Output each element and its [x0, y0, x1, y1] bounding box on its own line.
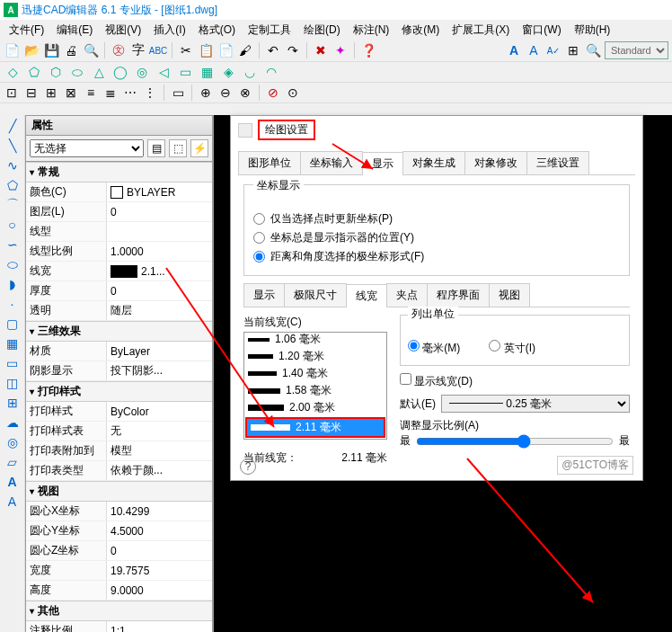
- t3-13[interactable]: ⊘: [265, 85, 281, 101]
- group-header[interactable]: 常规: [26, 162, 212, 182]
- pick-icon[interactable]: ⬚: [169, 139, 187, 157]
- pyramid-icon[interactable]: ◈: [219, 64, 237, 80]
- lineweight-item[interactable]: 1.20 毫米: [244, 348, 386, 365]
- menu-item[interactable]: 插入(I): [148, 21, 190, 40]
- property-value[interactable]: 投下阴影...: [107, 361, 212, 380]
- property-row[interactable]: 线宽2.1...: [26, 262, 212, 281]
- font-icon[interactable]: 字: [130, 42, 146, 58]
- t3-11[interactable]: ⊖: [217, 85, 234, 101]
- property-value[interactable]: 10.4299: [107, 502, 212, 521]
- new-icon[interactable]: 📄: [4, 42, 20, 58]
- preview-icon[interactable]: 🔍: [83, 42, 99, 58]
- t3-9[interactable]: ▭: [170, 85, 186, 101]
- menu-item[interactable]: 定制工具: [243, 21, 296, 40]
- property-value[interactable]: 19.7575: [107, 561, 212, 580]
- lineweight-item[interactable]: 1.06 毫米: [244, 332, 386, 348]
- property-row[interactable]: 颜色(C)BYLAYER: [26, 182, 212, 202]
- box-icon[interactable]: ▭: [176, 64, 194, 80]
- t3-6[interactable]: ≣: [102, 85, 119, 101]
- property-row[interactable]: 厚度0: [26, 281, 212, 301]
- property-value[interactable]: 依赖于颜...: [107, 461, 212, 480]
- property-row[interactable]: 打印样式表无: [26, 422, 212, 441]
- property-row[interactable]: 透明随层: [26, 301, 212, 321]
- dialog-tab[interactable]: 图形单位: [238, 151, 301, 174]
- menu-item[interactable]: 编辑(E): [51, 21, 98, 40]
- sub-tab[interactable]: 视图: [489, 283, 530, 307]
- print-icon[interactable]: 🖨: [63, 42, 79, 58]
- t3-10[interactable]: ⊕: [198, 85, 214, 101]
- text-av-icon[interactable]: A✓: [545, 42, 561, 58]
- property-row[interactable]: 图层(L)0: [26, 202, 212, 222]
- cut-icon[interactable]: ✂: [178, 42, 194, 58]
- dialog-tab[interactable]: 显示: [362, 152, 403, 175]
- sub-tab[interactable]: 程序界面: [427, 283, 490, 307]
- group-header[interactable]: 视图: [26, 481, 212, 502]
- arc-tool[interactable]: ⌒: [2, 196, 22, 214]
- line-tool[interactable]: ╱: [2, 117, 22, 135]
- menu-item[interactable]: 格式(O): [193, 21, 241, 40]
- cylinder-icon[interactable]: ⬭: [68, 64, 86, 80]
- dialog-tab[interactable]: 对象生成: [402, 151, 465, 174]
- property-value[interactable]: 无: [107, 422, 212, 441]
- unit-in-radio[interactable]: 英寸(I): [489, 340, 535, 356]
- text-a-icon[interactable]: A: [506, 42, 522, 58]
- t3-12[interactable]: ⊗: [237, 85, 253, 101]
- hexagon-icon[interactable]: ⬡: [47, 64, 65, 80]
- property-row[interactable]: 打印表附加到模型: [26, 441, 212, 461]
- property-value[interactable]: 4.5000: [107, 521, 212, 540]
- property-row[interactable]: 线型: [26, 222, 212, 242]
- property-row[interactable]: 打印样式ByColor: [26, 402, 212, 422]
- property-value[interactable]: ByColor: [107, 402, 212, 421]
- t3-2[interactable]: ⊟: [23, 85, 40, 101]
- table-tool[interactable]: ⊞: [2, 394, 22, 412]
- property-row[interactable]: 打印表类型依赖于颜...: [26, 461, 212, 481]
- property-value[interactable]: 0: [107, 281, 212, 300]
- property-value[interactable]: ByLayer: [107, 342, 212, 361]
- brush-icon[interactable]: 🖌: [237, 42, 253, 58]
- t3-4[interactable]: ⊠: [63, 85, 79, 101]
- menu-item[interactable]: 扩展工具(X): [447, 21, 515, 40]
- group-header[interactable]: 打印样式: [26, 381, 212, 402]
- dim-icon[interactable]: ⊞: [565, 42, 581, 58]
- diamond-icon[interactable]: ◇: [4, 64, 22, 80]
- ellipse-tool[interactable]: ⬭: [2, 255, 22, 273]
- sub-tab[interactable]: 极限尺寸: [284, 283, 347, 307]
- default-lw-combo[interactable]: ━━━━━ 0.25 毫米: [441, 395, 630, 413]
- coord-radio[interactable]: 仅当选择点时更新坐标(P): [253, 211, 620, 227]
- block-tool[interactable]: ▢: [2, 315, 22, 333]
- property-value[interactable]: BYLAYER: [107, 182, 212, 201]
- lineweight-item[interactable]: 1.40 毫米: [244, 365, 386, 382]
- t3-3[interactable]: ⊞: [43, 85, 59, 101]
- spline-tool[interactable]: ∽: [2, 236, 22, 254]
- ellipse-arc-tool[interactable]: ◗: [2, 275, 22, 293]
- menu-bar[interactable]: 文件(F)编辑(E)视图(V)插入(I)格式(O)定制工具绘图(D)标注(N)修…: [0, 20, 672, 40]
- t3-5[interactable]: ≡: [83, 85, 99, 101]
- sub-tab[interactable]: 显示: [243, 283, 285, 307]
- pline-tool[interactable]: ∿: [2, 156, 22, 174]
- sparkle-icon[interactable]: ✦: [332, 42, 349, 58]
- save-icon[interactable]: 💾: [43, 42, 59, 58]
- dialog-tab[interactable]: 三维设置: [526, 151, 589, 174]
- property-row[interactable]: 注释比例1:1: [26, 621, 212, 632]
- property-value[interactable]: 随层: [107, 301, 212, 320]
- t3-7[interactable]: ⋯: [122, 85, 138, 101]
- dialog-tab[interactable]: 对象修改: [464, 151, 527, 174]
- text-tool[interactable]: A: [2, 473, 22, 491]
- menu-item[interactable]: 标注(N): [348, 21, 395, 40]
- cone-icon[interactable]: △: [90, 64, 108, 80]
- open-icon[interactable]: 📂: [23, 42, 40, 58]
- dish-icon[interactable]: ◡: [241, 64, 259, 80]
- char-icon[interactable]: ㉆: [111, 42, 127, 58]
- wedge-icon[interactable]: ◁: [155, 64, 172, 80]
- lineweight-item[interactable]: 2.00 毫米: [244, 399, 386, 416]
- xline-tool[interactable]: ╲: [2, 137, 22, 155]
- coord-radio[interactable]: 距离和角度选择的极坐标形式(F): [253, 249, 620, 264]
- menu-item[interactable]: 文件(F): [4, 21, 49, 40]
- sub-tab[interactable]: 夹点: [386, 283, 428, 307]
- find-icon[interactable]: 🔍: [585, 42, 601, 58]
- show-lw-check[interactable]: 显示线宽(D): [400, 373, 473, 389]
- property-value[interactable]: 9.0000: [107, 581, 212, 600]
- property-row[interactable]: 材质ByLayer: [26, 342, 212, 361]
- help-icon[interactable]: ❓: [360, 42, 376, 58]
- style-combo[interactable]: Standard: [605, 41, 668, 59]
